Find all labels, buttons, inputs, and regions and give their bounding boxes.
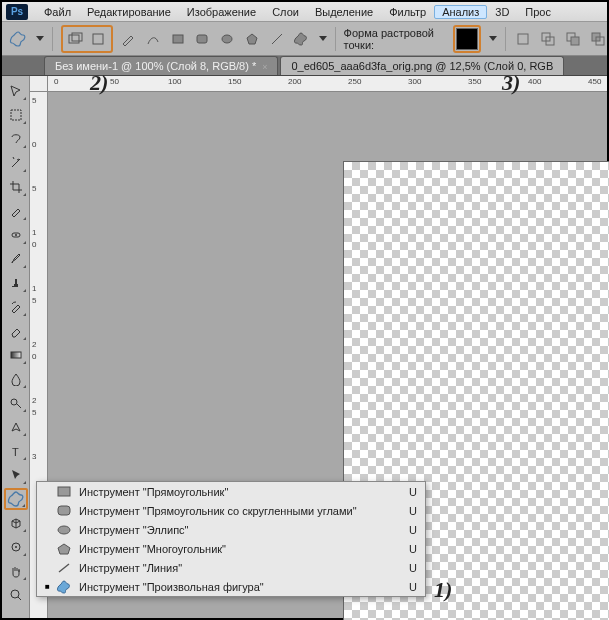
ruler-tick: 0 bbox=[32, 140, 36, 149]
zoom-tool[interactable] bbox=[4, 584, 28, 606]
svg-point-22 bbox=[11, 590, 19, 598]
path-op-2-icon[interactable] bbox=[539, 28, 558, 50]
menu-view[interactable]: Прос bbox=[517, 6, 559, 18]
dropdown-icon[interactable] bbox=[319, 36, 327, 41]
flyout-shortcut: U bbox=[397, 543, 417, 555]
ruler-tick: 0 bbox=[32, 240, 36, 249]
ruler-corner bbox=[30, 76, 48, 92]
pen-tool[interactable] bbox=[4, 416, 28, 438]
path-op-3-icon[interactable] bbox=[564, 28, 583, 50]
menu-select[interactable]: Выделение bbox=[307, 6, 381, 18]
freeform-pen-icon[interactable] bbox=[144, 28, 163, 50]
menu-analyze[interactable]: Анализ bbox=[434, 5, 487, 19]
path-select-tool[interactable] bbox=[4, 464, 28, 486]
shape-preset-icon[interactable] bbox=[8, 28, 28, 50]
tab-title: Без имени-1 @ 100% (Слой 8, RGB/8) * bbox=[55, 60, 256, 72]
ruler-tick: 3 bbox=[32, 452, 36, 461]
menu-file[interactable]: Файл bbox=[36, 6, 79, 18]
eyedropper-tool[interactable] bbox=[4, 200, 28, 222]
hand-tool[interactable] bbox=[4, 560, 28, 582]
heal-tool[interactable] bbox=[4, 224, 28, 246]
menu-bar: Ps Файл Редактирование Изображение Слои … bbox=[2, 2, 607, 22]
svg-marker-6 bbox=[247, 34, 257, 44]
flyout-item-polygon[interactable]: Инструмент "Многоугольник" U bbox=[37, 539, 425, 558]
menu-layers[interactable]: Слои bbox=[264, 6, 307, 18]
paths-mode-icon[interactable] bbox=[87, 28, 109, 50]
flyout-label: Инструмент "Прямоугольник" bbox=[73, 486, 397, 498]
color-swatch-group bbox=[453, 25, 481, 53]
svg-rect-12 bbox=[571, 37, 579, 45]
svg-rect-4 bbox=[197, 35, 207, 43]
options-bar: Форма растровой точки: bbox=[2, 22, 607, 56]
svg-rect-17 bbox=[11, 352, 21, 358]
3d-tool[interactable] bbox=[4, 512, 28, 534]
menu-3d[interactable]: 3D bbox=[487, 6, 517, 18]
flyout-item-rectangle[interactable]: Инструмент "Прямоугольник" U bbox=[37, 482, 425, 501]
menu-edit[interactable]: Редактирование bbox=[79, 6, 179, 18]
svg-point-21 bbox=[15, 546, 17, 548]
stamp-tool[interactable] bbox=[4, 272, 28, 294]
dodge-tool[interactable] bbox=[4, 392, 28, 414]
dropdown-icon[interactable] bbox=[489, 36, 497, 41]
ellipse-icon bbox=[55, 524, 73, 536]
eraser-tool[interactable] bbox=[4, 320, 28, 342]
flyout-item-roundrect[interactable]: Инструмент "Прямоугольник со скругленным… bbox=[37, 501, 425, 520]
svg-rect-8 bbox=[518, 34, 528, 44]
flyout-item-line[interactable]: Инструмент "Линия" U bbox=[37, 558, 425, 577]
dropdown-icon[interactable] bbox=[36, 36, 44, 41]
ruler-tick: 50 bbox=[110, 77, 119, 86]
checkmark: ■ bbox=[45, 582, 55, 591]
horizontal-ruler: 0 50 100 150 200 250 300 350 400 450 bbox=[48, 76, 607, 92]
flyout-item-ellipse[interactable]: Инструмент "Эллипс" U bbox=[37, 520, 425, 539]
menu-filter[interactable]: Фильтр bbox=[381, 6, 434, 18]
shape-tool[interactable] bbox=[4, 488, 28, 510]
move-tool[interactable] bbox=[4, 80, 28, 102]
tab-doc-2[interactable]: 0_ed605_aaa6d3fa_orig.png @ 12,5% (Слой … bbox=[280, 56, 564, 75]
flyout-item-custom-shape[interactable]: ■ Инструмент "Произвольная фигура" U bbox=[37, 577, 425, 596]
blur-tool[interactable] bbox=[4, 368, 28, 390]
line-shape-icon[interactable] bbox=[267, 28, 286, 50]
ruler-tick: 5 bbox=[32, 96, 36, 105]
pen-icon[interactable] bbox=[119, 28, 138, 50]
3d-camera-tool[interactable] bbox=[4, 536, 28, 558]
path-op-1-icon[interactable] bbox=[514, 28, 533, 50]
ruler-tick: 1 bbox=[32, 284, 36, 293]
ruler-tick: 400 bbox=[528, 77, 541, 86]
shape-picker-label: Форма растровой точки: bbox=[344, 27, 448, 51]
marquee-tool[interactable] bbox=[4, 104, 28, 126]
roundrect-shape-icon[interactable] bbox=[193, 28, 212, 50]
svg-line-7 bbox=[272, 34, 282, 44]
rect-shape-icon[interactable] bbox=[168, 28, 187, 50]
path-op-4-icon[interactable] bbox=[588, 28, 607, 50]
flyout-shortcut: U bbox=[397, 524, 417, 536]
svg-rect-1 bbox=[72, 33, 82, 41]
flyout-label: Инструмент "Линия" bbox=[73, 562, 397, 574]
menu-image[interactable]: Изображение bbox=[179, 6, 264, 18]
rect-icon bbox=[55, 486, 73, 498]
svg-rect-15 bbox=[11, 110, 21, 120]
tab-doc-1[interactable]: Без имени-1 @ 100% (Слой 8, RGB/8) *× bbox=[44, 56, 278, 75]
gradient-tool[interactable] bbox=[4, 344, 28, 366]
close-icon[interactable]: × bbox=[262, 62, 267, 72]
history-brush-tool[interactable] bbox=[4, 296, 28, 318]
polygon-icon bbox=[55, 543, 73, 555]
ellipse-shape-icon[interactable] bbox=[218, 28, 237, 50]
flyout-shortcut: U bbox=[397, 486, 417, 498]
svg-point-5 bbox=[222, 35, 232, 43]
brush-tool[interactable] bbox=[4, 248, 28, 270]
svg-point-25 bbox=[58, 526, 70, 534]
roundrect-icon bbox=[55, 505, 73, 517]
tool-palette: T bbox=[2, 76, 30, 618]
wand-tool[interactable] bbox=[4, 152, 28, 174]
annotation-1: 1) bbox=[434, 577, 452, 603]
crop-tool[interactable] bbox=[4, 176, 28, 198]
separator bbox=[505, 27, 506, 51]
ruler-tick: 5 bbox=[32, 408, 36, 417]
shape-layers-icon[interactable] bbox=[65, 28, 87, 50]
ruler-tick: 300 bbox=[408, 77, 421, 86]
lasso-tool[interactable] bbox=[4, 128, 28, 150]
type-tool[interactable]: T bbox=[4, 440, 28, 462]
custom-shape-icon[interactable] bbox=[292, 28, 311, 50]
fill-color-swatch[interactable] bbox=[456, 28, 478, 50]
polygon-shape-icon[interactable] bbox=[243, 28, 262, 50]
